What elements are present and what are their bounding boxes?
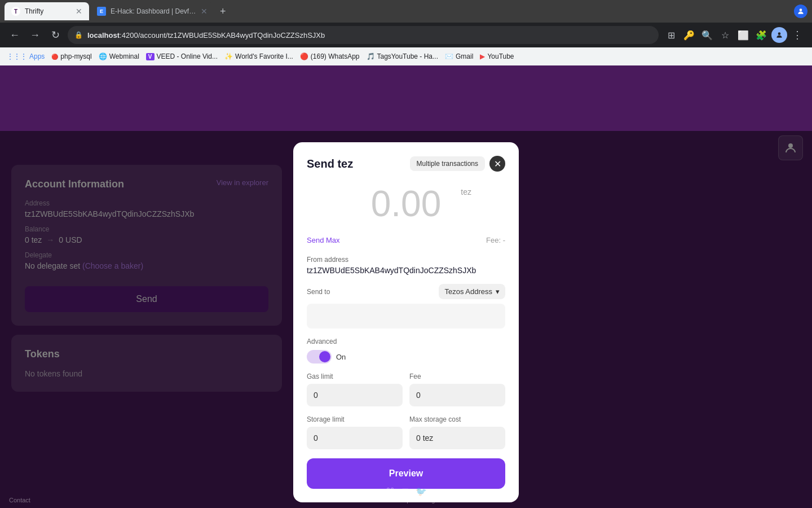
gas-fee-grid: Gas limit Fee bbox=[307, 373, 505, 406]
chevron-down-icon: ▾ bbox=[496, 287, 500, 296]
toolbar-icons: ⊞ 🔑 🔍 ☆ ⬜ 🧩 ⋮ bbox=[663, 27, 805, 43]
close-icon: ✕ bbox=[494, 159, 501, 169]
new-tab-button[interactable]: + bbox=[215, 3, 231, 20]
bookmark-worlds-favorite[interactable]: ✨ World's Favorite I... bbox=[224, 52, 293, 60]
thrifty-favicon: T bbox=[11, 7, 20, 16]
from-address-section: From address tz1ZWBUdE5SbKAB4wydTQdinJoC… bbox=[307, 256, 505, 275]
whatsapp-label: (169) WhatsApp bbox=[311, 52, 360, 60]
gas-limit-group: Gas limit bbox=[307, 373, 403, 406]
app-background: Accounts › tz1ZWBU...SJXb ▾ View in expl… bbox=[0, 65, 812, 508]
bookmark-tags-youtube[interactable]: 🎵 TagsYouTube - Ha... bbox=[367, 52, 439, 60]
bookmark-apps[interactable]: ⋮⋮⋮ Apps bbox=[7, 52, 45, 60]
footer-since-text: Since 30th April midnight bbox=[5, 497, 807, 503]
tab-thrifty-close[interactable]: ✕ bbox=[76, 7, 82, 16]
gmail-label: Gmail bbox=[456, 52, 473, 60]
bookmark-veed[interactable]: V VEED - Online Vid... bbox=[146, 52, 218, 60]
fee-group: Fee bbox=[409, 373, 505, 406]
from-address-label: From address bbox=[307, 256, 505, 264]
address-type-dropdown[interactable]: Tezos Address ▾ bbox=[439, 284, 505, 299]
gas-limit-label: Gas limit bbox=[307, 373, 403, 380]
bookmark-php-mysql[interactable]: 🔴 php-mysql bbox=[51, 52, 91, 60]
max-storage-cost-label: Max storage cost bbox=[409, 415, 505, 423]
browser-profile[interactable] bbox=[771, 27, 787, 43]
extensions-icon[interactable]: 🧩 bbox=[753, 27, 769, 43]
storage-limit-input[interactable] bbox=[307, 427, 403, 449]
key-icon[interactable]: 🔑 bbox=[681, 27, 697, 43]
amount-currency: tez bbox=[461, 187, 471, 196]
veed-label: VEED - Online Vid... bbox=[157, 52, 218, 60]
lock-icon: 🔒 bbox=[74, 31, 83, 39]
bookmark-icon[interactable]: ☆ bbox=[717, 27, 733, 43]
tab-devfolio-label: E-Hack: Dashboard | Devfolio bbox=[111, 7, 196, 15]
advanced-section: Advanced On bbox=[307, 338, 505, 364]
send-max-row: Send Max Fee: - bbox=[307, 236, 505, 244]
amount-display: 0.00 tez bbox=[307, 183, 505, 225]
url-text: localhost:4200/account/tz1ZWBUdE5SbKAB4w… bbox=[87, 31, 325, 40]
max-storage-cost-input[interactable] bbox=[409, 427, 505, 449]
send-to-label: Send to bbox=[307, 288, 330, 296]
send-to-input[interactable] bbox=[307, 304, 505, 329]
bookmark-webminal[interactable]: 🌐 Webminal bbox=[99, 52, 139, 60]
bookmark-gmail[interactable]: ✉️ Gmail bbox=[445, 52, 473, 60]
storage-limit-label: Storage limit bbox=[307, 415, 403, 423]
url-path: /account/tz1ZWBUdE5SbKAB4wydTQdinJoCZZSz… bbox=[138, 31, 325, 40]
tab-bar: T Thrifty ✕ E E-Hack: Dashboard | Devfol… bbox=[0, 0, 812, 23]
toggle-on-label: On bbox=[336, 353, 346, 361]
modal-title: Send tez bbox=[307, 157, 353, 170]
url-bar[interactable]: 🔒 localhost:4200/account/tz1ZWBUdE5SbKAB… bbox=[68, 26, 659, 44]
github-icon[interactable]: ⌘ bbox=[386, 486, 395, 497]
footer: ⌘ ⊞ 🐦 Since 30th April midnight bbox=[0, 481, 812, 508]
profile-avatar bbox=[794, 5, 807, 18]
php-mysql-label: php-mysql bbox=[60, 52, 91, 60]
advanced-label: Advanced bbox=[307, 338, 505, 345]
back-button[interactable]: ← bbox=[7, 27, 23, 43]
modal-header: Send tez Multiple transactions ✕ bbox=[307, 156, 505, 172]
tab-devfolio[interactable]: E E-Hack: Dashboard | Devfolio ✕ bbox=[90, 2, 214, 20]
fee-display: Fee: - bbox=[486, 236, 505, 244]
footer-icons: ⌘ ⊞ 🐦 bbox=[5, 486, 807, 497]
bookmark-whatsapp[interactable]: 🔴 (169) WhatsApp bbox=[300, 52, 360, 60]
toggle-knob bbox=[319, 351, 330, 362]
url-port: :4200 bbox=[120, 31, 138, 40]
tab-devfolio-close[interactable]: ✕ bbox=[201, 7, 208, 16]
send-tez-modal: Send tez Multiple transactions ✕ 0.00 te… bbox=[293, 142, 519, 502]
max-storage-cost-group: Max storage cost bbox=[409, 415, 505, 449]
fee-input[interactable] bbox=[409, 384, 505, 406]
bookmark-youtube[interactable]: ▶ YouTube bbox=[480, 52, 514, 60]
modal-overlay[interactable]: Send tez Multiple transactions ✕ 0.00 te… bbox=[0, 131, 812, 508]
apps-label: Apps bbox=[29, 52, 45, 60]
worlds-favorite-label: World's Favorite I... bbox=[235, 52, 293, 60]
modal-close-button[interactable]: ✕ bbox=[489, 156, 505, 172]
send-to-section: Send to Tezos Address ▾ bbox=[307, 284, 505, 329]
address-type-label: Tezos Address bbox=[444, 287, 492, 296]
social-icon[interactable]: 🐦 bbox=[416, 486, 427, 497]
bookmarks-bar: ⋮⋮⋮ Apps 🔴 php-mysql 🌐 Webminal V VEED -… bbox=[0, 47, 812, 65]
youtube-icon: ▶ bbox=[480, 52, 485, 60]
devfolio-favicon: E bbox=[97, 7, 106, 16]
gas-limit-input[interactable] bbox=[307, 384, 403, 406]
info-icon[interactable]: ⊞ bbox=[401, 486, 409, 497]
toggle-row: On bbox=[307, 350, 505, 364]
amount-value: 0.00 bbox=[371, 183, 442, 224]
browser-menu[interactable]: ⋮ bbox=[789, 27, 805, 43]
extension-icon[interactable]: ⊞ bbox=[663, 27, 679, 43]
browser-chrome: T Thrifty ✕ E E-Hack: Dashboard | Devfol… bbox=[0, 0, 812, 65]
tab-thrifty[interactable]: T Thrifty ✕ bbox=[5, 2, 89, 20]
url-host: localhost bbox=[87, 31, 120, 40]
send-max-button[interactable]: Send Max bbox=[307, 236, 340, 244]
storage-limit-group: Storage limit bbox=[307, 415, 403, 449]
tab-thrifty-label: Thrifty bbox=[25, 7, 71, 15]
svg-point-0 bbox=[800, 8, 802, 11]
apps-grid-icon: ⋮⋮⋮ bbox=[7, 52, 27, 60]
address-bar: ← → ↻ 🔒 localhost:4200/account/tz1ZWBUdE… bbox=[0, 23, 812, 47]
youtube-label: YouTube bbox=[487, 52, 514, 60]
screenshot-icon[interactable]: ⬜ bbox=[735, 27, 751, 43]
worlds-favorite-icon: ✨ bbox=[224, 52, 233, 60]
multiple-transactions-button[interactable]: Multiple transactions bbox=[410, 156, 485, 171]
from-address-value: tz1ZWBUdE5SbKAB4wydTQdinJoCZZSzhSJXb bbox=[307, 266, 505, 275]
reload-button[interactable]: ↻ bbox=[47, 27, 63, 43]
forward-button[interactable]: → bbox=[27, 27, 43, 43]
php-mysql-icon: 🔴 bbox=[51, 54, 58, 60]
search-icon[interactable]: 🔍 bbox=[699, 27, 715, 43]
advanced-toggle[interactable] bbox=[307, 350, 332, 364]
